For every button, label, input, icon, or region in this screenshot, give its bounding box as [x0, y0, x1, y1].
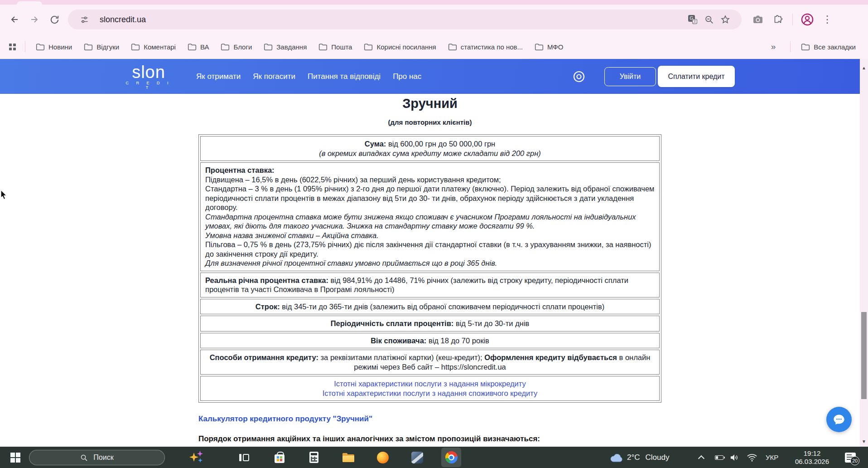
clock[interactable]: 19:12 06.03.2026	[786, 447, 838, 468]
task-view-icon[interactable]	[235, 447, 254, 468]
bookmark-folder[interactable]: МФО	[535, 43, 563, 51]
zoom-icon[interactable]	[701, 11, 717, 28]
search-label: Поиск	[93, 453, 113, 462]
windows-logo-icon	[10, 453, 20, 463]
sum-value: від 600,00 грн до 50 000,00 грн	[386, 140, 495, 148]
screenshot-camera-icon[interactable]	[748, 10, 768, 29]
bookmark-folder[interactable]: ВА	[188, 43, 209, 51]
reload-button[interactable]	[44, 10, 64, 29]
bookmarks-bar: Новини Відгуки Коментарі ВА Блоги Завдан…	[0, 34, 868, 59]
bookmark-folder[interactable]: Відгуки	[84, 43, 119, 51]
clock-time: 19:12	[795, 449, 829, 458]
chat-icon	[833, 413, 845, 426]
browser-menu-icon[interactable]: ⋮	[817, 10, 837, 29]
bookmark-label: Завдання	[276, 43, 307, 51]
notification-center-icon[interactable]: 20	[844, 447, 857, 468]
bookmark-label: ВА	[200, 43, 209, 51]
bookmark-folder[interactable]: Новини	[36, 43, 72, 51]
order-heading: Порядок отримання акційних та інших анал…	[198, 434, 661, 444]
nav-how-to-repay[interactable]: Як погасити	[253, 72, 295, 81]
microsoft-store-icon[interactable]	[270, 447, 289, 468]
chat-widget-button[interactable]	[826, 407, 852, 432]
language-indicator[interactable]: УКР	[766, 447, 778, 468]
bookmarks-overflow-chevron[interactable]: »	[771, 42, 776, 52]
logo-subtext: C R E D I T	[121, 81, 176, 90]
page-subtitle: (для повторних клієнтів)	[0, 118, 860, 126]
apps-grid-icon[interactable]	[9, 44, 16, 50]
screen: sloncredit.ua G文 ⋮ Но	[0, 0, 868, 468]
table-row-methods: Способи отримання кредиту: за реквізитам…	[200, 350, 660, 375]
back-button[interactable]	[5, 10, 24, 29]
translate-icon[interactable]: G文	[685, 11, 701, 28]
bookmark-label: МФО	[547, 43, 563, 51]
url-text[interactable]: sloncredit.ua	[100, 15, 146, 24]
bookmark-folder[interactable]: Корисні посилання	[364, 43, 436, 51]
age-label: Вік споживача:	[371, 336, 426, 345]
table-row-rate: Процентна ставка: Підвищена – 16,5% в де…	[200, 162, 660, 271]
browser-tab-strip	[0, 0, 868, 5]
bookmark-folder[interactable]: Коментарі	[131, 43, 176, 51]
term-value: від 345-ти до 365-ти днів (залежить від …	[280, 302, 604, 311]
profile-avatar[interactable]	[797, 10, 817, 29]
address-bar[interactable]: sloncredit.ua G文	[68, 10, 742, 29]
bookmark-star-icon[interactable]	[717, 11, 733, 28]
app-icon-blue[interactable]	[408, 447, 427, 468]
taskbar-search[interactable]: Поиск	[29, 450, 165, 465]
copilot-sparkle-icon[interactable]	[188, 447, 207, 468]
slon-credit-logo[interactable]: slon C R E D I T	[121, 63, 176, 90]
age-value: від 18 до 70 років	[426, 336, 489, 345]
start-button[interactable]	[5, 447, 25, 468]
accessibility-eye-icon[interactable]	[572, 69, 586, 86]
bookmark-label: Новини	[48, 43, 72, 51]
nav-faq[interactable]: Питання та відповіді	[308, 72, 381, 81]
wifi-icon[interactable]	[746, 447, 758, 468]
credit-conditions-table: Сума: від 600,00 грн до 50 000,00 грн (в…	[198, 134, 661, 403]
volume-icon[interactable]	[728, 447, 740, 468]
sum-note: (в окремих випадках сума кредиту може ск…	[205, 149, 655, 158]
rate-heading: Процентна ставка:	[205, 166, 655, 175]
bookmark-label: Корисні посилання	[376, 43, 436, 51]
extensions-icon[interactable]	[768, 10, 788, 29]
table-row-term: Строк: від 345-ти до 365-ти днів (залежи…	[200, 299, 660, 315]
login-button[interactable]: Увійти	[604, 67, 656, 86]
rate-line: Умовна назва зниженої ставки – Акційна с…	[205, 231, 655, 240]
calculator-link[interactable]: Калькулятор кредитного продукту "Зручний…	[198, 414, 372, 424]
page-title: Зручний	[0, 96, 860, 111]
apr-label: Реальна річна процентна ставка:	[205, 276, 328, 284]
file-explorer-icon[interactable]	[339, 447, 358, 468]
nav-about[interactable]: Про нас	[393, 72, 421, 81]
scrollbar-up-arrow[interactable]: ▲	[860, 65, 868, 70]
firefox-app-icon[interactable]	[373, 447, 392, 468]
pay-credit-button[interactable]: Сплатити кредит	[658, 66, 735, 87]
site-info-icon[interactable]	[76, 11, 92, 28]
scrollbar-thumb[interactable]	[861, 312, 867, 399]
bookmark-folder[interactable]: статистика по нов...	[448, 43, 523, 51]
all-bookmarks-button[interactable]: Все закладки	[801, 43, 856, 51]
nav-how-to-get[interactable]: Як отримати	[196, 72, 241, 81]
page-scrollbar[interactable]: ▲ ▼	[860, 59, 868, 447]
site-header: slon C R E D I T Як отримати Як погасити…	[0, 59, 860, 94]
all-bookmarks-label: Все закладки	[814, 43, 856, 51]
bookmark-folder[interactable]: Блоги	[221, 43, 252, 51]
periodicity-value: від 5-ти до 30-ти днів	[453, 319, 529, 327]
weather-condition: Cloudy	[646, 453, 670, 462]
forward-button[interactable]	[24, 10, 44, 29]
methods-bold: Оформлення кредиту відбувається	[484, 353, 617, 361]
scrollbar-down-arrow[interactable]: ▼	[860, 439, 868, 444]
active-tab[interactable]	[17, 1, 42, 5]
consumer-credit-characteristics-link[interactable]: Істотні характеристики послуги з надання…	[205, 389, 655, 398]
bookmark-folder[interactable]: Завдання	[264, 43, 307, 51]
microcredit-characteristics-link[interactable]: Істотні характеристики послуги з надання…	[205, 379, 655, 389]
weather-widget[interactable]: 2°C Cloudy	[627, 447, 669, 468]
notification-count-badge: 20	[850, 456, 859, 465]
table-row-age: Вік споживача: від 18 до 70 років	[200, 333, 660, 349]
tray-chevron-icon[interactable]	[697, 447, 706, 468]
rate-line: Для визначення річної процентної ставки …	[205, 258, 655, 268]
chrome-app-icon[interactable]	[441, 448, 461, 467]
bookmark-folder[interactable]: Пошта	[318, 43, 352, 51]
bookmark-label: Блоги	[233, 43, 252, 51]
battery-icon[interactable]	[713, 447, 725, 468]
calculator-app-icon[interactable]	[304, 447, 323, 468]
mouse-cursor	[0, 190, 8, 201]
toolbar-separator	[792, 14, 793, 25]
